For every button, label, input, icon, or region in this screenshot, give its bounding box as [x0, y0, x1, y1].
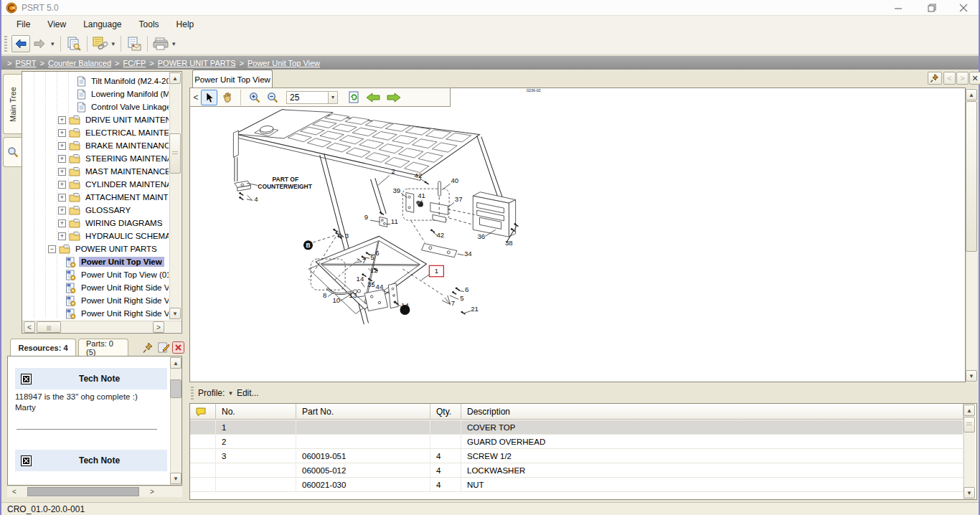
tab-parts[interactable]: Parts: 0 (5) — [78, 339, 128, 356]
document-tab[interactable]: Power Unit Top View — [192, 70, 273, 88]
note-column-header[interactable] — [190, 404, 216, 420]
part-callout-2[interactable]: 2 — [392, 167, 395, 175]
part-callout-6[interactable]: 6 — [465, 285, 468, 293]
zoom-in-button[interactable] — [246, 90, 263, 105]
resources-vscroll-track[interactable] — [170, 356, 182, 485]
canvas-vscroll-thumb[interactable] — [966, 101, 977, 252]
tree-item-electrical-maintenance[interactable]: +ELECTRICAL MAINTENANCE — [22, 126, 169, 139]
zoom-out-button[interactable] — [264, 90, 281, 105]
part-callout-11[interactable]: 11 — [391, 217, 398, 225]
print-dropdown-caret[interactable]: ▾ — [170, 40, 178, 47]
tree-item-power-unit-right-side-view[interactable]: Power Unit Right Side View — [22, 281, 169, 294]
tree-item-steering-maintenance[interactable]: +STEERING MAINTENANCE — [22, 152, 169, 165]
search-pages-button[interactable] — [65, 35, 83, 52]
table-row[interactable]: 2GUARD OVERHEAD — [190, 435, 963, 449]
tree-item-power-unit-top-view-01[interactable]: Power Unit Top View (01 — [22, 268, 169, 281]
part-callout-14[interactable]: 14 — [357, 275, 364, 283]
canvas-vscroll-up[interactable]: ▲ — [966, 89, 977, 100]
part-callout-5[interactable]: 5 — [460, 294, 463, 302]
main-tree-tab[interactable]: Main Tree — [3, 74, 22, 134]
tree-item-tilt-manifold-m2-4-20[interactable]: Tilt Manifold (M2.4-20 — [22, 75, 169, 88]
part-callout-14[interactable]: 14 — [401, 301, 409, 309]
back-button[interactable] — [11, 35, 30, 52]
menu-language[interactable]: Language — [75, 17, 129, 32]
part-callout-6[interactable]: 6 — [375, 249, 379, 257]
expand-icon[interactable]: + — [58, 232, 66, 240]
table-vscroll-thumb[interactable] — [963, 417, 975, 433]
part-callout-44[interactable]: 44 — [376, 283, 384, 290]
part-callout-10[interactable]: 10 — [332, 296, 340, 304]
resources-pin-button[interactable] — [142, 341, 155, 357]
part-callout-37[interactable]: 37 — [455, 195, 463, 203]
menu-file[interactable]: File — [9, 17, 38, 32]
canvas-vscroll-down[interactable]: ▼ — [966, 370, 977, 382]
tree-item-control-valve-linkage[interactable]: Control Valve Linkage — [22, 100, 169, 113]
part-callout-7[interactable]: 7 — [362, 257, 366, 265]
note-link-button[interactable] — [91, 35, 110, 52]
part-callout-36[interactable]: 36 — [477, 232, 485, 240]
close-button[interactable] — [953, 1, 974, 14]
part-callout-9[interactable]: 9 — [364, 213, 368, 221]
minimize-button[interactable] — [887, 1, 909, 14]
table-vscroll-down[interactable]: ▼ — [963, 487, 975, 499]
menu-tools[interactable]: Tools — [131, 17, 167, 32]
toolbar-grip[interactable] — [4, 36, 7, 52]
email-button[interactable] — [125, 35, 143, 52]
breadcrumb-link-psrt[interactable]: PSRT — [15, 59, 36, 67]
tree-item-power-unit-right-side-view[interactable]: Power Unit Right Side View — [22, 294, 169, 307]
tab-next-button[interactable]: > — [956, 72, 969, 85]
note-checkbox-icon[interactable] — [21, 374, 32, 384]
breadcrumb-link-power-unit-parts[interactable]: POWER UNIT PARTS — [158, 59, 236, 67]
profile-dropdown-caret[interactable]: ▾ — [229, 389, 232, 397]
tab-pin-button[interactable] — [928, 72, 942, 85]
tree-item-drive-unit-maintenance[interactable]: +DRIVE UNIT MAINTENANCE — [22, 113, 169, 126]
tree-item-wiring-diagrams[interactable]: +WIRING DIAGRAMS — [22, 217, 169, 230]
zoom-level-input[interactable] — [286, 91, 328, 104]
resources-hscroll-right[interactable]: > — [146, 486, 158, 497]
zoom-dropdown-button[interactable]: ▾ — [328, 91, 338, 104]
part-callout-38[interactable]: 38 — [505, 239, 513, 247]
print-button[interactable] — [151, 35, 170, 52]
resources-close-button[interactable] — [172, 341, 184, 356]
part-callout-13[interactable]: 13 — [349, 291, 357, 299]
column-header-partno[interactable]: Part No. — [296, 404, 430, 420]
pan-tool-button[interactable] — [219, 90, 235, 105]
breadcrumb-link-power-unit-top-view[interactable]: Power Unit Top View — [248, 59, 320, 67]
part-callout-5[interactable]: 5 — [370, 253, 374, 261]
resources-edit-button[interactable] — [157, 341, 170, 357]
tree-vscroll-up[interactable]: ▲ — [169, 72, 181, 84]
part-callout-42[interactable]: 42 — [415, 171, 423, 179]
part-callout-35[interactable]: 35 — [367, 280, 375, 288]
part-callout-1[interactable]: 1 — [435, 267, 438, 275]
expand-icon[interactable]: + — [58, 142, 66, 150]
previous-diagram-button[interactable] — [363, 90, 382, 105]
menu-help[interactable]: Help — [169, 17, 202, 32]
breadcrumb-link-fc-fp[interactable]: FC/FP — [123, 59, 146, 67]
tree-item-hydraulic-schematics[interactable]: +HYDRAULIC SCHEMATICS — [22, 230, 169, 242]
part-callout-4[interactable]: 4 — [254, 195, 258, 203]
table-row[interactable]: 060005-0124LOCKWASHER — [190, 463, 963, 478]
tab-close-button[interactable]: ✕ — [969, 72, 980, 85]
tree-item-glossary[interactable]: +GLOSSARY — [22, 204, 169, 217]
expand-icon[interactable]: + — [58, 207, 66, 214]
tab-prev-button[interactable]: < — [943, 72, 956, 85]
table-row[interactable]: 1COVER TOP — [190, 420, 963, 435]
tree-item-power-unit-top-view[interactable]: Power Unit Top View — [22, 255, 169, 268]
tree-vscroll-thumb[interactable] — [169, 133, 181, 174]
table-row[interactable]: 060021-0304NUT — [190, 478, 963, 492]
tree-hscroll-right[interactable]: > — [153, 321, 164, 333]
select-tool-button[interactable] — [201, 90, 217, 105]
part-callout-21[interactable]: 21 — [471, 305, 479, 313]
restore-button[interactable] — [920, 1, 941, 14]
part-callout-7[interactable]: 7 — [451, 299, 455, 307]
expand-icon[interactable]: + — [58, 168, 66, 176]
resources-hscroll-left[interactable]: < — [9, 486, 20, 497]
part-callout-12[interactable]: 12 — [370, 266, 378, 274]
column-header-qty[interactable]: Qty. — [430, 404, 461, 420]
table-vscroll-up[interactable]: ▲ — [963, 405, 975, 416]
part-callout-3[interactable]: 3 — [345, 232, 349, 240]
part-callout-39[interactable]: 39 — [392, 186, 400, 194]
next-diagram-button[interactable] — [384, 90, 403, 105]
expand-icon[interactable]: + — [58, 194, 66, 202]
tree-vscroll-down[interactable]: ▼ — [169, 308, 181, 319]
